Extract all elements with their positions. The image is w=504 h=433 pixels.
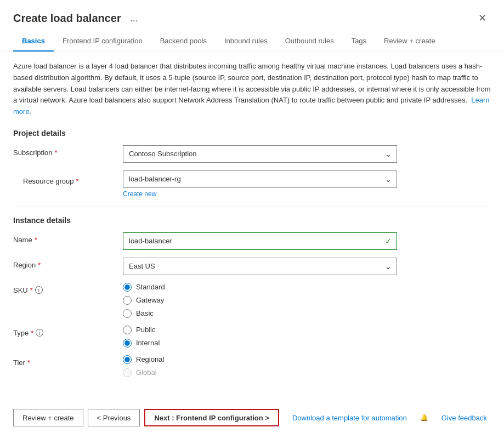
type-public-option[interactable]: Public xyxy=(123,326,397,334)
name-input[interactable] xyxy=(123,232,397,250)
sku-label: SKU * i xyxy=(13,283,123,294)
sku-radio-group: Standard Gateway Basic xyxy=(123,283,397,318)
type-row: Type * i Public Internal xyxy=(13,326,491,347)
sku-control: Standard Gateway Basic xyxy=(123,283,397,318)
type-internal-label: Internal xyxy=(136,339,160,347)
subscription-label: Subscription * xyxy=(13,145,123,157)
instance-details-section-title: Instance details xyxy=(13,216,491,225)
tier-global-label: Global xyxy=(136,368,157,377)
tab-review-create[interactable]: Review + create xyxy=(375,31,444,52)
previous-button[interactable]: < Previous xyxy=(88,409,140,426)
tier-required: * xyxy=(27,358,30,367)
region-required: * xyxy=(38,261,41,269)
subscription-row: Subscription * Contoso Subscription xyxy=(13,145,491,163)
sku-basic-label: Basic xyxy=(136,309,154,317)
feedback-icon: 🔔 xyxy=(420,414,428,421)
tab-inbound-rules[interactable]: Inbound rules xyxy=(216,31,276,52)
name-valid-icon: ✓ xyxy=(385,237,392,246)
next-button[interactable]: Next : Frontend IP configuration > xyxy=(144,409,279,426)
name-control: ✓ xyxy=(123,232,397,250)
sku-row: SKU * i Standard Gateway Basic xyxy=(13,283,491,318)
tier-global-radio[interactable] xyxy=(123,368,132,377)
create-load-balancer-dialog: Create load balancer ... ✕ Basics Fronte… xyxy=(0,0,504,433)
tier-control: Regional Global xyxy=(123,355,397,377)
tab-frontend-ip[interactable]: Frontend IP configuration xyxy=(54,31,151,52)
sku-standard-label: Standard xyxy=(136,283,165,291)
sku-basic-option[interactable]: Basic xyxy=(123,309,397,318)
dialog-header: Create load balancer ... ✕ xyxy=(0,0,504,31)
tier-global-option[interactable]: Global xyxy=(123,368,397,377)
region-label: Region * xyxy=(13,258,123,269)
type-internal-option[interactable]: Internal xyxy=(123,339,397,347)
tier-regional-option[interactable]: Regional xyxy=(123,355,397,364)
resource-group-indent: Resource group * xyxy=(13,170,123,185)
resource-group-select-wrapper: load-balancer-rg xyxy=(123,170,397,188)
create-new-link[interactable]: Create new xyxy=(123,190,156,198)
type-label: Type * i xyxy=(13,326,123,337)
tab-basics[interactable]: Basics xyxy=(13,31,54,52)
tab-bar: Basics Frontend IP configuration Backend… xyxy=(0,31,504,52)
close-button[interactable]: ✕ xyxy=(474,11,491,25)
type-public-label: Public xyxy=(136,326,155,334)
region-row: Region * East US xyxy=(13,258,491,275)
description-text: Azure load balancer is a layer 4 load ba… xyxy=(13,61,491,118)
tier-radio-group: Regional Global xyxy=(123,355,397,377)
subscription-required: * xyxy=(55,149,58,157)
dialog-title: Create load balancer xyxy=(13,12,121,25)
name-input-wrapper: ✓ xyxy=(123,232,397,250)
resource-group-label: Resource group * xyxy=(23,174,133,185)
dialog-footer: Review + create < Previous Next : Fronte… xyxy=(0,402,504,433)
type-radio-group: Public Internal xyxy=(123,326,397,347)
tab-backend-pools[interactable]: Backend pools xyxy=(151,31,216,52)
name-label: Name * xyxy=(13,232,123,244)
project-details-section-title: Project details xyxy=(13,129,491,138)
feedback-link[interactable]: Give feedback xyxy=(441,414,487,422)
subscription-select[interactable]: Contoso Subscription xyxy=(123,145,397,163)
tier-regional-radio[interactable] xyxy=(123,355,132,364)
type-info-icon[interactable]: i xyxy=(36,329,43,337)
region-control: East US xyxy=(123,258,397,275)
tab-tags[interactable]: Tags xyxy=(343,31,375,52)
sku-standard-option[interactable]: Standard xyxy=(123,283,397,292)
divider-1 xyxy=(13,207,491,207)
name-required: * xyxy=(35,236,37,244)
resource-group-row: Resource group * load-balancer-rg Create… xyxy=(13,170,491,198)
content-area: Azure load balancer is a layer 4 load ba… xyxy=(0,52,504,402)
sku-gateway-radio[interactable] xyxy=(123,296,132,305)
resource-group-select[interactable]: load-balancer-rg xyxy=(123,170,397,188)
download-template-link[interactable]: Download a template for automation xyxy=(292,414,407,422)
sku-required: * xyxy=(30,286,33,294)
name-row: Name * ✓ xyxy=(13,232,491,250)
sku-basic-radio[interactable] xyxy=(123,309,132,318)
sku-standard-radio[interactable] xyxy=(123,283,132,292)
subscription-select-wrapper: Contoso Subscription xyxy=(123,145,397,163)
rg-required: * xyxy=(76,177,79,185)
tier-regional-label: Regional xyxy=(136,355,164,363)
type-internal-radio[interactable] xyxy=(123,339,132,347)
sku-gateway-label: Gateway xyxy=(136,296,164,304)
tab-outbound-rules[interactable]: Outbound rules xyxy=(276,31,343,52)
sku-gateway-option[interactable]: Gateway xyxy=(123,296,397,305)
resource-group-control: load-balancer-rg Create new xyxy=(123,170,397,198)
region-select-wrapper: East US xyxy=(123,258,397,275)
type-required: * xyxy=(31,329,33,337)
dialog-title-dots: ... xyxy=(130,13,138,24)
type-public-radio[interactable] xyxy=(123,326,132,334)
tier-row: Tier * Regional Global xyxy=(13,355,491,377)
tier-label: Tier * xyxy=(13,355,123,367)
review-create-button[interactable]: Review + create xyxy=(13,409,83,426)
type-control: Public Internal xyxy=(123,326,397,347)
subscription-control: Contoso Subscription xyxy=(123,145,397,163)
sku-info-icon[interactable]: i xyxy=(35,286,43,294)
region-select[interactable]: East US xyxy=(123,258,397,275)
